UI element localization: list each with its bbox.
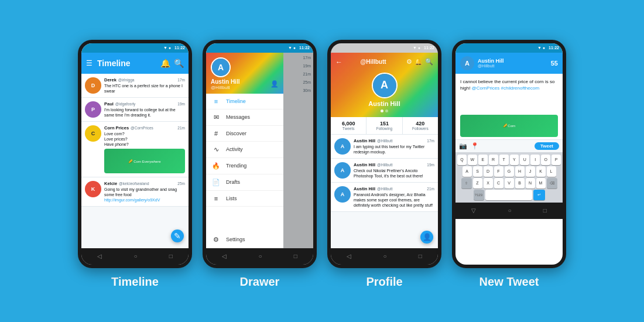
key-n[interactable]: N — [526, 178, 535, 189]
key-x[interactable]: X — [484, 178, 493, 189]
home-button[interactable]: ○ — [258, 253, 262, 259]
back-button[interactable]: ◁ — [97, 253, 102, 259]
kb-row-3: ⇧ Z X C V B N M ⌫ — [457, 178, 561, 189]
key-b[interactable]: B — [515, 178, 525, 189]
key-t[interactable]: T — [499, 155, 509, 165]
drawer-nav-activity[interactable]: ∿ Activity — [206, 142, 283, 158]
backspace-key[interactable]: ⌫ — [547, 178, 557, 189]
key-a[interactable]: A — [463, 166, 472, 177]
key-j[interactable]: J — [526, 166, 535, 177]
drawer-nav-trending[interactable]: 🔥 Trending — [206, 158, 283, 174]
recents-button[interactable]: □ — [294, 253, 297, 259]
status-icons-new-tweet: ▼●11:22 — [537, 46, 559, 50]
key-m[interactable]: M — [536, 178, 546, 189]
key-i[interactable]: I — [530, 155, 540, 165]
profile-avatar-img: A — [373, 74, 396, 97]
shift-key[interactable]: ⇧ — [461, 178, 472, 189]
recents-button[interactable]: □ — [169, 253, 173, 259]
table-row[interactable]: P Paul @idgafosrly 19m I'm looking forwa… — [81, 98, 189, 122]
profile-fab[interactable]: 👤 — [420, 231, 433, 244]
key-q[interactable]: Q — [457, 155, 467, 165]
tweet-button[interactable]: Tweet — [535, 142, 559, 150]
recents-button[interactable]: □ — [419, 253, 422, 259]
tweet-compose-text[interactable]: I cannot believe the current price of co… — [460, 78, 558, 91]
settings-nav-icon: ⚙ — [212, 236, 220, 244]
key-y[interactable]: Y — [510, 155, 519, 165]
back-button[interactable]: ◁ — [222, 253, 227, 259]
tweet-text: The HTC one is a perfect size for a phon… — [104, 83, 185, 94]
photo-icon[interactable]: 📷 — [459, 142, 467, 150]
avatar-img: A — [334, 186, 351, 203]
key-c[interactable]: C — [494, 178, 503, 189]
drawer-nav-discover[interactable]: # Discover — [206, 126, 283, 142]
tweet-name: Corn Prices — [104, 125, 129, 131]
tweet-text: I'm looking forward to college but at th… — [104, 107, 185, 118]
home-button[interactable]: ○ — [508, 207, 511, 214]
hashtag-link[interactable]: #childrenofthecorn — [501, 85, 540, 91]
back-arrow-icon[interactable]: ← — [335, 58, 342, 66]
key-e[interactable]: E — [478, 155, 488, 165]
stat-followers[interactable]: 420 Followers — [403, 117, 438, 134]
stat-following[interactable]: 151 Following — [366, 117, 402, 134]
avatar: A — [334, 162, 351, 179]
tweet-compose-area[interactable]: I cannot believe the current price of co… — [455, 74, 563, 115]
search-icon[interactable]: 🔍 — [174, 59, 184, 68]
search-icon[interactable]: 🔍 — [425, 58, 433, 66]
back-button[interactable]: ◁ — [347, 253, 351, 259]
nt-name-area: Austin Hill @Hillbutt — [478, 58, 551, 68]
table-row[interactable]: K Kelcie @kelcieofsealand 25m Going to v… — [81, 177, 189, 207]
tweet-body: Austin Hill @Hillbutt 17m I am typing ou… — [354, 138, 434, 155]
key-k[interactable]: K — [536, 166, 546, 177]
key-z[interactable]: Z — [473, 178, 482, 189]
avatar-img: D — [85, 77, 101, 94]
drawer-nav-lists[interactable]: ≡ Lists — [206, 191, 283, 207]
table-row[interactable]: A Austin Hill @Hillbutt 19m Check out Ni… — [331, 159, 438, 183]
drawer-nav-drafts[interactable]: 📄 Drafts — [206, 174, 283, 191]
drawer-nav-settings[interactable]: ⚙ Settings — [206, 232, 283, 248]
key-r[interactable]: R — [489, 155, 498, 165]
phone-label-profile: Profile — [366, 275, 402, 289]
key-w[interactable]: W — [468, 155, 477, 165]
home-button[interactable]: ○ — [133, 253, 137, 259]
table-row[interactable]: A Austin Hill @Hillbutt 21m Paranoid And… — [331, 183, 438, 212]
stat-tweets[interactable]: 6,000 Tweets — [331, 117, 366, 134]
location-icon[interactable]: 📍 — [471, 142, 479, 150]
profile-switch-icon[interactable]: 👤 — [270, 80, 279, 88]
num-key[interactable]: ?123 — [474, 190, 484, 200]
avatar: C — [85, 125, 101, 142]
avatar-img: A — [334, 162, 351, 179]
recents-button[interactable]: □ — [543, 207, 547, 214]
notification-icon[interactable]: 🔔 — [415, 58, 423, 66]
key-l[interactable]: L — [547, 166, 556, 177]
back-button[interactable]: ▽ — [471, 207, 476, 214]
key-h[interactable]: H — [515, 166, 525, 177]
drawer-overlay: A Austin Hill @Hillbutt 👤 ≡ — [206, 53, 313, 248]
drawer-nav-messages[interactable]: ✉ Messages — [206, 109, 283, 126]
key-d[interactable]: D — [484, 166, 493, 177]
table-row[interactable]: D Derek @irlnigga 17m The HTC one is a p… — [81, 74, 189, 98]
key-u[interactable]: U — [520, 155, 529, 165]
key-g[interactable]: G — [505, 166, 514, 177]
drawer-user-name: Austin Hill — [211, 78, 279, 85]
tweet-name: Kelcie — [104, 181, 117, 186]
table-row[interactable]: A Austin Hill @Hillbutt 17m I am typing … — [331, 135, 438, 159]
drawer-overlay-bg[interactable] — [283, 53, 313, 248]
key-o[interactable]: O — [541, 155, 550, 165]
home-button[interactable]: ○ — [383, 253, 386, 259]
notification-icon[interactable]: 🔔 — [160, 59, 170, 68]
key-v[interactable]: V — [505, 178, 514, 189]
space-key[interactable] — [485, 190, 532, 200]
mention-link[interactable]: @CornPrices — [472, 85, 500, 91]
drawer-nav-timeline[interactable]: ≡ Timeline — [206, 94, 283, 109]
gear-icon[interactable]: ⚙ — [406, 58, 412, 66]
key-s[interactable]: S — [473, 166, 482, 177]
tweet-time: 19m — [427, 163, 434, 167]
kb-row-1: Q W E R T Y U I O P — [457, 155, 561, 165]
drawer-panel: A Austin Hill @Hillbutt 👤 ≡ — [206, 53, 283, 248]
table-row[interactable]: C Corn Prices @CornPrices 21m Love corn?… — [81, 122, 189, 177]
key-f[interactable]: F — [494, 166, 503, 177]
key-p[interactable]: P — [551, 155, 561, 165]
enter-key[interactable]: ↵ — [533, 190, 545, 200]
menu-icon[interactable]: ☰ — [86, 59, 93, 67]
compose-fab[interactable]: ✎ — [171, 229, 184, 242]
